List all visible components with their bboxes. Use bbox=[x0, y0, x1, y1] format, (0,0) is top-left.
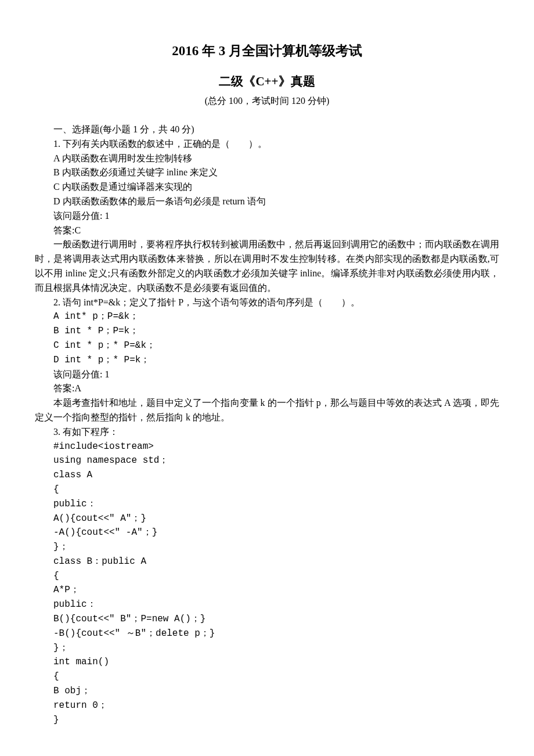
q3-code-line: B obj； bbox=[35, 684, 499, 699]
q2-stem: 2. 语句 int*P=&k；定义了指针 P，与这个语句等效的语句序列是（ ）。 bbox=[35, 296, 499, 310]
q1-score: 该问题分值: 1 bbox=[35, 209, 499, 224]
q3-code-line: using namespace std； bbox=[35, 453, 499, 468]
q3-code-line: public： bbox=[35, 597, 499, 612]
q2-option-b: B int * P；P=k； bbox=[35, 324, 499, 339]
q2-option-c: C int * p；* P=&k； bbox=[35, 339, 499, 353]
q1-option-d: D 内联函数函数体的最后一条语句必须是 return 语句 bbox=[35, 195, 499, 209]
q3-stem: 3. 有如下程序： bbox=[35, 425, 499, 440]
q1-option-a: A 内联函数在调用时发生控制转移 bbox=[35, 152, 499, 166]
q3-code-line: return 0； bbox=[35, 699, 499, 713]
q3-code-line: }； bbox=[35, 641, 499, 656]
q3-code-line: class B：public A bbox=[35, 555, 499, 569]
q3-code-line: #include<iostream> bbox=[35, 440, 499, 454]
q2-option-d: D int * p；* P=k； bbox=[35, 353, 499, 368]
q3-code-line: class A bbox=[35, 468, 499, 483]
q3-code-line: { bbox=[35, 569, 499, 584]
q1-option-c: C 内联函数是通过编译器来实现的 bbox=[35, 180, 499, 195]
q2-option-a: A int* p；P=&k； bbox=[35, 309, 499, 324]
q3-code-line: B(){cout<<" B"；P=new A()；} bbox=[35, 612, 499, 627]
q1-option-b: B 内联函数必须通过关键字 inline 来定义 bbox=[35, 165, 499, 180]
q2-score: 该问题分值: 1 bbox=[35, 368, 499, 382]
q1-explanation: 一般函数进行调用时，要将程序执行权转到被调用函数中，然后再返回到调用它的函数中；… bbox=[35, 237, 499, 295]
q3-code-line: -B(){cout<<" ～B"；delete p；} bbox=[35, 627, 499, 641]
q3-code-line: }； bbox=[35, 540, 499, 555]
q3-code-line: { bbox=[35, 483, 499, 497]
exam-meta: (总分 100，考试时间 120 分钟) bbox=[35, 94, 499, 109]
q3-code-line: public： bbox=[35, 497, 499, 512]
q1-answer: 答案:C bbox=[35, 224, 499, 238]
q3-code-line: -A(){cout<<" -A"；} bbox=[35, 525, 499, 540]
q2-explanation: 本题考查指针和地址，题目中定义了一个指向变量 k 的一个指针 p，那么与题目中等… bbox=[35, 396, 499, 425]
q3-code-line: { bbox=[35, 669, 499, 684]
q3-code-line: A(){cout<<" A"；} bbox=[35, 512, 499, 526]
q3-code-line: A*P； bbox=[35, 583, 499, 597]
q1-stem: 1. 下列有关内联函数的叙述中，正确的是（ ）。 bbox=[35, 137, 499, 152]
q3-code-line: } bbox=[35, 713, 499, 728]
section-heading: 一、选择题(每小题 1 分，共 40 分) bbox=[35, 123, 499, 137]
q3-code-line: int main() bbox=[35, 655, 499, 669]
q2-answer: 答案:A bbox=[35, 381, 499, 396]
exam-title-sub: 二级《C++》真题 bbox=[35, 72, 499, 91]
exam-title-main: 2016 年 3 月全国计算机等级考试 bbox=[35, 41, 499, 62]
